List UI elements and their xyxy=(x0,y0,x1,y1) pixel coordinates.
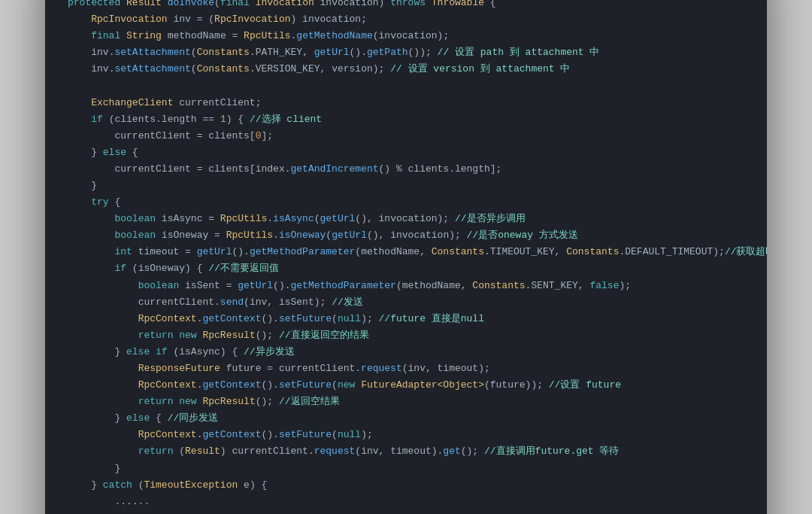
code-window: protected Result doInvoke(final Invocati… xyxy=(45,0,767,514)
code-content: protected Result doInvoke(final Invocati… xyxy=(45,0,767,514)
